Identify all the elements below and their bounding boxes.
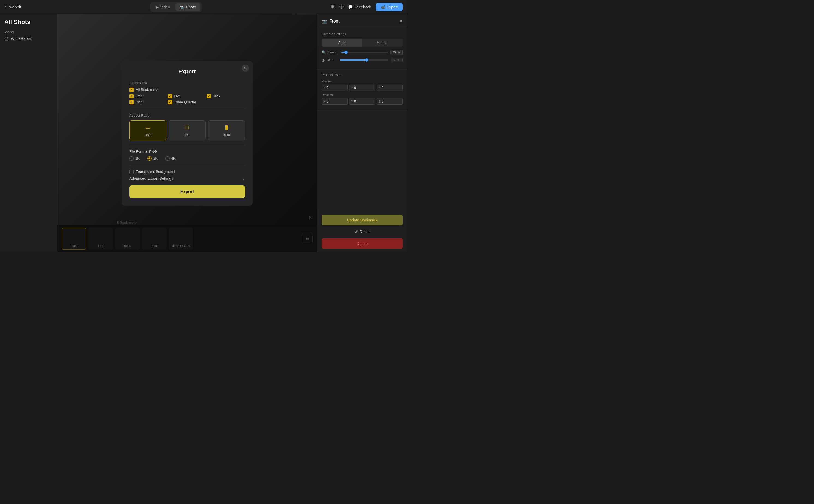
delete-button[interactable]: Delete — [322, 238, 403, 249]
model-icon: ◯ — [4, 36, 9, 41]
chat-icon: 💬 — [348, 5, 353, 9]
bookmark-check-front[interactable]: ✓ Front — [129, 94, 168, 98]
rotation-x-input[interactable]: X 0 — [322, 98, 348, 105]
transparent-bg-label: Transparent Background — [136, 170, 175, 174]
position-z-input[interactable]: Z 0 — [377, 85, 403, 91]
panel-header: 📷 Front ✕ — [317, 14, 407, 28]
resolution-1k[interactable]: 1K — [129, 156, 140, 161]
model-item[interactable]: ◯ WhiteRabbit — [4, 36, 53, 41]
zoom-slider-row: 🔍 Zoom 35mm — [322, 50, 403, 55]
video-icon: ▶ — [156, 5, 159, 9]
bookmark-checkboxes: ✓ Front ✓ Left ✓ Back ✓ Right — [129, 94, 245, 104]
project-name: wabbit — [9, 5, 21, 9]
rotation-z-input[interactable]: Z 0 — [377, 98, 403, 105]
feedback-label: Feedback — [354, 5, 371, 9]
export-modal: × Export Bookmarks ✓ All Bookmarks ✓ Fro… — [122, 61, 253, 206]
radio-2k-outer[interactable] — [147, 156, 152, 161]
left-checkbox[interactable]: ✓ — [168, 94, 172, 98]
rot-x-val: 0 — [327, 100, 328, 103]
panel-bottom-buttons: Update Bookmark ↺ Reset Delete — [317, 212, 407, 252]
top-bar-right: ⌘ ⓘ 💬 Feedback 📹 Export — [331, 3, 403, 11]
product-pose-title: Product Pose — [322, 73, 403, 77]
modal-title: Export — [129, 68, 245, 75]
panel-title: 📷 Front — [322, 19, 339, 24]
position-x-input[interactable]: X 0 — [322, 85, 348, 91]
rot-y-val: 0 — [354, 100, 356, 103]
resolution-2k[interactable]: 2K — [147, 156, 158, 161]
all-bookmarks-checkbox[interactable]: ✓ — [129, 88, 134, 92]
export-top-button[interactable]: 📹 Export — [376, 3, 403, 11]
modal-close-button[interactable]: × — [242, 65, 249, 72]
radio-1k-label: 1K — [135, 156, 140, 160]
camera-manual-button[interactable]: Manual — [362, 39, 403, 47]
divider-3 — [129, 165, 245, 165]
photo-mode-button[interactable]: 📷 Photo — [175, 3, 200, 11]
ar-1x1[interactable]: □ 1x1 — [169, 120, 206, 140]
camera-auto-button[interactable]: Auto — [322, 39, 362, 47]
export-top-label: Export — [387, 5, 398, 9]
blur-label: Blur — [327, 58, 338, 62]
wifi-icon: ⌘ — [331, 4, 335, 10]
radio-1k-outer[interactable] — [129, 156, 134, 161]
bookmark-check-left[interactable]: ✓ Left — [168, 94, 206, 98]
feedback-button[interactable]: 💬 Feedback — [348, 5, 371, 9]
ar-16x9[interactable]: ▭ 16x9 — [129, 120, 166, 140]
zoom-track[interactable] — [341, 52, 388, 53]
radio-4k-outer[interactable] — [165, 156, 170, 161]
blur-thumb[interactable] — [365, 58, 368, 62]
bookmark-check-right[interactable]: ✓ Right — [129, 100, 168, 104]
all-shots-heading: All Shots — [4, 19, 53, 26]
modal-overlay[interactable]: × Export Bookmarks ✓ All Bookmarks ✓ Fro… — [57, 14, 317, 252]
reset-button[interactable]: ↺ Reset — [322, 227, 403, 236]
camera-settings-section: Camera Settings Auto Manual 🔍 Zoom 35mm … — [317, 28, 407, 69]
divider-1 — [129, 109, 245, 109]
file-format-label: File Format: PNG — [129, 149, 245, 154]
position-title: Position — [322, 80, 403, 83]
right-checkbox-label: Right — [135, 100, 143, 104]
bookmark-check-back[interactable]: ✓ Back — [207, 94, 245, 98]
bookmarks-section-label: Bookmarks — [129, 81, 245, 85]
main-layout: All Shots Model ◯ WhiteRabbit ⇱ 5 Bookma… — [0, 14, 407, 252]
back-checkbox[interactable]: ✓ — [207, 94, 211, 98]
aspect-ratio-options: ▭ 16x9 □ 1x1 ▮ 9x16 — [129, 120, 245, 140]
model-name: WhiteRabbit — [11, 36, 32, 41]
three-quarter-checkbox-label: Three Quarter — [174, 100, 196, 104]
help-icon[interactable]: ⓘ — [339, 4, 344, 10]
zoom-icon: 🔍 — [322, 50, 326, 55]
pos-y-val: 0 — [354, 86, 356, 90]
radio-4k-label: 4K — [171, 156, 176, 160]
position-xyz-row: X 0 Y 0 Z 0 — [322, 85, 403, 91]
close-icon: × — [244, 66, 246, 70]
chevron-down-icon: ⌄ — [242, 176, 245, 181]
back-checkbox-label: Back — [213, 94, 220, 98]
blur-fill — [340, 59, 367, 61]
export-modal-button[interactable]: Export — [129, 185, 245, 198]
video-mode-button[interactable]: ▶ Video — [151, 3, 175, 11]
three-quarter-checkbox[interactable]: ✓ — [168, 100, 172, 104]
position-y-input[interactable]: Y 0 — [349, 85, 375, 91]
back-button[interactable]: ‹ — [4, 4, 6, 10]
rotation-y-input[interactable]: Y 0 — [349, 98, 375, 105]
left-checkbox-label: Left — [174, 94, 180, 98]
right-checkbox[interactable]: ✓ — [129, 100, 134, 104]
bookmark-check-three-quarter[interactable]: ✓ Three Quarter — [168, 100, 206, 104]
close-panel-button[interactable]: ✕ — [399, 19, 403, 24]
front-checkbox[interactable]: ✓ — [129, 94, 134, 98]
transparent-bg-row[interactable]: Transparent Background — [129, 170, 245, 174]
divider-2 — [129, 145, 245, 145]
all-bookmarks-label: All Bookmarks — [136, 88, 158, 92]
blur-track[interactable] — [340, 59, 388, 61]
zoom-thumb[interactable] — [344, 51, 348, 54]
transparent-bg-checkbox[interactable] — [129, 170, 134, 174]
mode-switcher: ▶ Video 📷 Photo — [150, 2, 202, 12]
update-bookmark-button[interactable]: Update Bookmark — [322, 215, 403, 225]
all-bookmarks-row[interactable]: ✓ All Bookmarks — [129, 88, 245, 92]
ar-1x1-label: 1x1 — [184, 133, 190, 137]
ar-9x16[interactable]: ▮ 9x16 — [208, 120, 245, 140]
ar-1x1-icon: □ — [185, 124, 189, 131]
advanced-settings-row[interactable]: Advanced Export Settings ⌄ — [129, 175, 245, 182]
resolution-4k[interactable]: 4K — [165, 156, 176, 161]
ar-16x9-icon: ▭ — [145, 124, 151, 131]
radio-2k-inner — [148, 157, 150, 159]
ar-16x9-label: 16x9 — [144, 133, 151, 137]
